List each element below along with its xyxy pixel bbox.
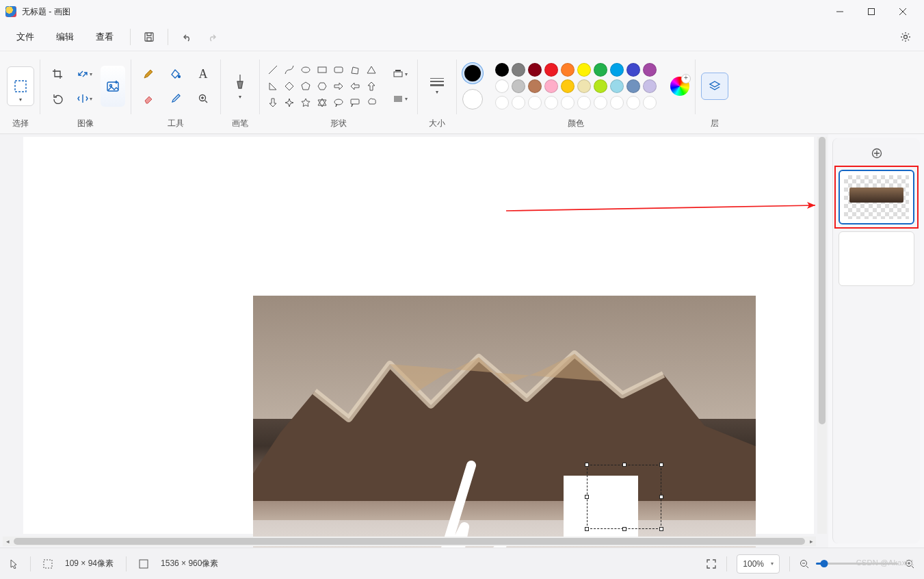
zoom-out-button[interactable] xyxy=(800,559,809,569)
color-swatch-empty[interactable] xyxy=(528,96,542,110)
color-swatch[interactable] xyxy=(512,63,525,77)
color-swatch-empty[interactable] xyxy=(594,96,607,110)
shape-triangle[interactable] xyxy=(364,62,379,77)
shape-arrow-right[interactable] xyxy=(331,79,346,94)
color-swatch-empty[interactable] xyxy=(626,96,640,110)
pencil-tool[interactable] xyxy=(137,64,160,84)
shape-arrow-down[interactable] xyxy=(265,95,280,110)
color-swatch[interactable] xyxy=(495,63,509,77)
resize-tool[interactable]: ▾ xyxy=(73,64,96,84)
group-label-shapes: 形状 xyxy=(330,116,347,131)
eraser-tool[interactable] xyxy=(137,88,160,109)
image-ai-button[interactable] xyxy=(101,66,125,107)
close-button[interactable] xyxy=(887,1,919,23)
color-swatch-empty[interactable] xyxy=(610,96,624,110)
color-swatch[interactable] xyxy=(577,79,591,93)
text-tool[interactable]: A xyxy=(192,64,215,84)
shape-diamond[interactable] xyxy=(282,79,297,94)
color-swatch[interactable] xyxy=(594,63,607,77)
svg-rect-19 xyxy=(394,96,402,102)
magnifier-tool[interactable] xyxy=(192,88,215,109)
save-button[interactable] xyxy=(137,26,161,48)
vertical-scrollbar[interactable] xyxy=(817,137,827,534)
color-swatch-empty[interactable] xyxy=(495,96,509,110)
flip-tool[interactable]: ▾ xyxy=(73,88,96,109)
shape-arrow-left[interactable] xyxy=(347,79,362,94)
color-swatch[interactable] xyxy=(512,79,525,93)
size-button[interactable]: ▾ xyxy=(423,66,451,106)
color-swatch[interactable] xyxy=(577,63,591,77)
color-swatch[interactable] xyxy=(495,79,509,93)
color-swatch[interactable] xyxy=(626,79,640,93)
add-layer-button[interactable] xyxy=(839,144,914,163)
color-swatch-empty[interactable] xyxy=(512,96,525,110)
shape-fill-button[interactable]: ▾ xyxy=(388,88,412,109)
shape-oval[interactable] xyxy=(298,62,313,77)
select-tool[interactable]: ▾ xyxy=(7,66,34,106)
color-swatch-empty[interactable] xyxy=(643,96,657,110)
color-swatch[interactable] xyxy=(626,63,640,77)
shape-5star[interactable] xyxy=(298,95,313,110)
undo-button[interactable] xyxy=(175,26,198,48)
rotate-tool[interactable] xyxy=(46,88,69,109)
shape-callout-rect[interactable] xyxy=(347,95,362,110)
color-swatch[interactable] xyxy=(544,63,558,77)
brushes-button[interactable]: ▾ xyxy=(226,66,254,106)
color-swatch[interactable] xyxy=(610,79,624,93)
shape-6star[interactable] xyxy=(315,95,330,110)
canvas-viewport[interactable]: ◂▸ xyxy=(0,134,828,548)
shape-line[interactable] xyxy=(265,62,280,77)
edit-colors-button[interactable] xyxy=(670,77,689,96)
shape-hexagon[interactable] xyxy=(315,79,330,94)
color-swatch-empty[interactable] xyxy=(561,96,575,110)
shape-outline-button[interactable]: ▾ xyxy=(388,64,412,84)
color-swatch-empty[interactable] xyxy=(544,96,558,110)
fill-tool[interactable] xyxy=(164,64,187,84)
selection-box[interactable] xyxy=(587,465,661,529)
color-picker-tool[interactable] xyxy=(164,88,187,109)
shape-polygon[interactable] xyxy=(347,62,362,77)
color-swatch[interactable] xyxy=(643,63,657,77)
group-brushes: ▾ 画笔 xyxy=(222,54,258,133)
svg-point-16 xyxy=(334,99,343,105)
color-swatch-empty[interactable] xyxy=(577,96,591,110)
shape-4star[interactable] xyxy=(282,95,297,110)
color-swatch[interactable] xyxy=(643,79,657,93)
svg-rect-17 xyxy=(351,99,359,104)
shape-arrow-up[interactable] xyxy=(364,79,379,94)
shape-rect[interactable] xyxy=(315,62,330,77)
layer-2-thumbnail[interactable] xyxy=(839,231,914,286)
shape-right-triangle[interactable] xyxy=(265,79,280,94)
shape-callout-round[interactable] xyxy=(331,95,346,110)
horizontal-scrollbar[interactable]: ◂▸ xyxy=(3,537,816,546)
separator xyxy=(130,29,131,45)
settings-button[interactable] xyxy=(894,25,917,49)
shape-pentagon[interactable] xyxy=(298,79,313,94)
menu-file[interactable]: 文件 xyxy=(7,27,44,47)
color-swatch[interactable] xyxy=(561,63,575,77)
redo-button[interactable] xyxy=(201,26,224,48)
shape-curve[interactable] xyxy=(282,62,297,77)
fit-to-window-button[interactable] xyxy=(706,558,717,569)
color-swatch[interactable] xyxy=(544,79,558,93)
color-swatch[interactable] xyxy=(610,63,624,77)
svg-point-10 xyxy=(179,76,181,78)
color-primary[interactable] xyxy=(462,63,483,83)
canvas[interactable] xyxy=(23,137,814,534)
color-swatch[interactable] xyxy=(528,63,542,77)
color-swatch[interactable] xyxy=(594,79,607,93)
menu-edit[interactable]: 编辑 xyxy=(47,27,83,47)
color-secondary[interactable] xyxy=(462,89,483,110)
crop-tool[interactable] xyxy=(46,64,69,84)
zoom-combobox[interactable]: 100% ▾ xyxy=(737,554,780,574)
minimize-button[interactable] xyxy=(824,1,856,23)
shape-callout-cloud[interactable] xyxy=(364,95,379,110)
layer-1-thumbnail[interactable] xyxy=(839,170,914,224)
layers-button[interactable] xyxy=(701,73,728,100)
menu-bar: 文件 编辑 查看 xyxy=(0,23,924,51)
shape-roundrect[interactable] xyxy=(331,62,346,77)
menu-view[interactable]: 查看 xyxy=(86,27,123,47)
color-swatch[interactable] xyxy=(561,79,575,93)
color-swatch[interactable] xyxy=(528,79,542,93)
maximize-button[interactable] xyxy=(856,1,887,23)
